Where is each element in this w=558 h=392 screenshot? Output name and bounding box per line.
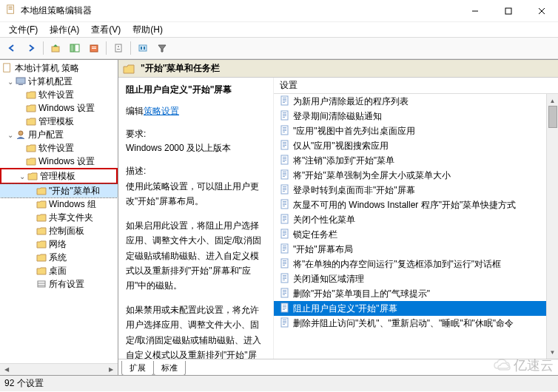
list-item-label: "应用"视图中首先列出桌面应用 [293,125,415,138]
svg-rect-60 [283,189,286,190]
filter-options-button[interactable] [134,39,152,57]
export-list-button[interactable] [85,39,103,57]
svg-rect-36 [283,117,285,118]
menu-file[interactable]: 文件(F) [4,22,42,38]
back-button[interactable] [3,39,21,57]
tree-desktop[interactable]: 桌面 [0,264,118,277]
list-item[interactable]: 为新用户清除最近的程序列表 [274,94,558,109]
menu-help[interactable]: 帮助(H) [128,22,167,38]
list-item-label: 将"开始"菜单强制为全屏大小或菜单大小 [293,169,451,182]
svg-rect-14 [115,44,121,52]
close-button[interactable] [525,0,558,22]
list-header[interactable]: 设置 [274,78,558,94]
filter-on-button[interactable] [153,39,171,57]
list-item-label: 登录时转到桌面而非"开始"屏幕 [293,184,415,197]
svg-rect-46 [283,146,285,147]
svg-rect-73 [283,231,286,232]
list-item[interactable]: 关闭通知区域清理 [274,271,558,286]
highlight-box: ⌄管理模板 [0,168,118,184]
requirement-value: Windows 2000 及以上版本 [126,142,267,155]
tree-computer-config[interactable]: ⌄计算机配置 [0,75,118,88]
tree-comp-software[interactable]: 软件设置 [0,88,118,101]
tree-comp-windows[interactable]: Windows 设置 [0,101,118,115]
tree-comp-admin[interactable]: 管理模板 [0,115,118,128]
menu-action[interactable]: 操作(A) [45,22,84,38]
svg-rect-24 [38,281,45,287]
minimize-button[interactable] [458,0,491,22]
description-text-3: 如果禁用或未配置此设置，将允许用户选择应用、调整文件大小、固定/取消固定磁贴或辅… [126,303,267,359]
list-item[interactable]: 锁定任务栏 [274,227,558,242]
tab-extended[interactable]: 扩展 [121,361,154,376]
list-item[interactable]: 灰显不可用的 Windows Installer 程序"开始"菜单快捷方式 [274,197,558,212]
svg-rect-66 [283,206,285,206]
tab-standard[interactable]: 标准 [153,361,186,376]
policy-title: 阻止用户自定义"开始"屏幕 [126,84,267,96]
svg-rect-91 [283,280,285,280]
list-item-label: 删除并阻止访问"关机"、"重新启动"、"睡眠"和"休眠"命令 [293,317,514,330]
tree-h-scrollbar[interactable]: ◀ ▶ [0,363,118,375]
policy-icon [280,140,290,152]
svg-rect-40 [283,130,286,131]
collapse-icon[interactable]: ⌄ [6,78,15,86]
app-icon [6,4,16,17]
svg-rect-43 [283,142,286,143]
maximize-button[interactable] [491,0,525,22]
list-item[interactable]: 登录时转到桌面而非"开始"屏幕 [274,183,558,197]
forward-button[interactable] [22,39,40,57]
list-item[interactable]: 删除并阻止访问"关机"、"重新启动"、"睡眠"和"休眠"命令 [274,316,558,331]
svg-rect-101 [283,309,285,310]
svg-rect-70 [283,219,286,220]
tree-system[interactable]: 系统 [0,251,118,264]
list-item[interactable]: 删除"开始"菜单项目上的"气球提示" [274,286,558,301]
scroll-up-icon[interactable]: ▲ [548,95,558,106]
tree-user-admin[interactable]: ⌄管理模板 [1,169,116,183]
svg-rect-54 [283,173,286,174]
scroll-right-icon[interactable]: ▶ [106,365,116,375]
svg-rect-50 [283,160,286,160]
policy-icon [280,125,290,138]
tree-user-software[interactable]: 软件设置 [0,141,118,155]
tree-user-windows[interactable]: Windows 设置 [0,155,118,168]
tree-start-menu-taskbar[interactable]: "开始"菜单和 [0,184,118,197]
list-item-label: 将"注销"添加到"开始"菜单 [293,155,394,167]
list-item[interactable]: "开始"屏幕布局 [274,242,558,257]
tree-control-panel[interactable]: 控制面板 [0,224,118,237]
policy-icon [280,303,290,315]
list-item[interactable]: 阻止用户自定义"开始"屏幕 [274,301,558,316]
list-item[interactable]: "应用"视图中首先列出桌面应用 [274,124,558,138]
svg-rect-93 [283,290,286,291]
svg-rect-1 [9,7,13,7]
collapse-icon[interactable]: ⌄ [18,172,27,180]
svg-rect-76 [283,235,285,236]
svg-rect-22 [19,84,23,85]
tree-all-settings[interactable]: 所有设置 [0,277,118,291]
tree-network[interactable]: 网络 [0,237,118,251]
list-item[interactable]: 将"开始"菜单强制为全屏大小或菜单大小 [274,168,558,183]
list-item[interactable]: 关闭个性化菜单 [274,212,558,227]
tree-shared-folders[interactable]: 共享文件夹 [0,211,118,224]
svg-rect-69 [283,217,286,218]
svg-rect-33 [283,112,286,113]
up-button[interactable] [47,39,64,57]
svg-rect-53 [283,172,286,172]
scroll-down-icon[interactable]: ▼ [548,347,558,357]
collapse-icon[interactable]: ⌄ [6,131,15,139]
tree-root[interactable]: 本地计算机 策略 [0,61,118,75]
svg-rect-2 [9,7,13,8]
scrollbar-thumb[interactable] [548,106,557,128]
list-item[interactable]: 将"在单独的内存空间运行"复选框添加到"运行"对话框 [274,257,558,271]
list-item[interactable]: 仅从"应用"视图搜索应用 [274,138,558,153]
menu-view[interactable]: 查看(V) [87,22,125,38]
svg-rect-10 [75,44,79,52]
tree-user-config[interactable]: ⌄用户配置 [0,128,118,141]
list-item[interactable]: 将"注销"添加到"开始"菜单 [274,153,558,168]
scroll-left-icon[interactable]: ◀ [1,365,12,375]
svg-rect-56 [283,176,285,177]
list-item-label: 将"在单独的内存空间运行"复选框添加到"运行"对话框 [293,258,501,271]
tree-windows-components[interactable]: Windows 组 [0,197,118,211]
list-v-scrollbar[interactable]: ▲ ▼ [546,94,558,359]
edit-policy-link[interactable]: 策略设置 [144,106,179,116]
show-hide-tree-button[interactable] [66,39,84,57]
properties-button[interactable] [110,39,127,57]
list-item[interactable]: 登录期间清除磁贴通知 [274,109,558,124]
